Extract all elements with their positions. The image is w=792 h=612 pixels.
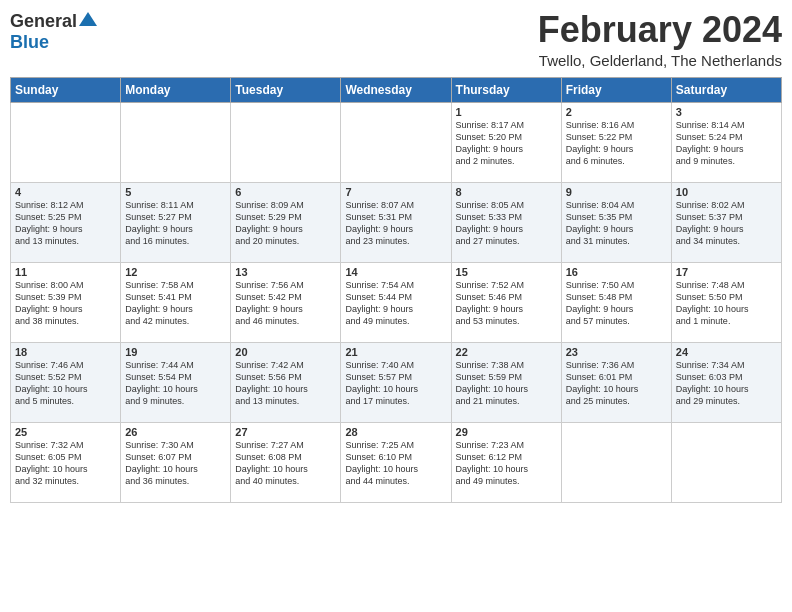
calendar-cell <box>11 102 121 182</box>
cell-info: Sunrise: 7:25 AM Sunset: 6:10 PM Dayligh… <box>345 439 446 488</box>
calendar-cell: 2Sunrise: 8:16 AM Sunset: 5:22 PM Daylig… <box>561 102 671 182</box>
cell-info: Sunrise: 7:52 AM Sunset: 5:46 PM Dayligh… <box>456 279 557 328</box>
calendar-cell: 13Sunrise: 7:56 AM Sunset: 5:42 PM Dayli… <box>231 262 341 342</box>
day-number: 10 <box>676 186 777 198</box>
cell-info: Sunrise: 7:56 AM Sunset: 5:42 PM Dayligh… <box>235 279 336 328</box>
day-number: 22 <box>456 346 557 358</box>
cell-info: Sunrise: 7:27 AM Sunset: 6:08 PM Dayligh… <box>235 439 336 488</box>
cell-info: Sunrise: 8:07 AM Sunset: 5:31 PM Dayligh… <box>345 199 446 248</box>
calendar-cell: 29Sunrise: 7:23 AM Sunset: 6:12 PM Dayli… <box>451 422 561 502</box>
day-number: 29 <box>456 426 557 438</box>
calendar-cell: 20Sunrise: 7:42 AM Sunset: 5:56 PM Dayli… <box>231 342 341 422</box>
calendar-cell: 24Sunrise: 7:34 AM Sunset: 6:03 PM Dayli… <box>671 342 781 422</box>
cell-info: Sunrise: 8:04 AM Sunset: 5:35 PM Dayligh… <box>566 199 667 248</box>
calendar-cell: 16Sunrise: 7:50 AM Sunset: 5:48 PM Dayli… <box>561 262 671 342</box>
calendar-cell: 22Sunrise: 7:38 AM Sunset: 5:59 PM Dayli… <box>451 342 561 422</box>
day-number: 17 <box>676 266 777 278</box>
cell-info: Sunrise: 7:42 AM Sunset: 5:56 PM Dayligh… <box>235 359 336 408</box>
header-tuesday: Tuesday <box>231 77 341 102</box>
calendar-cell: 18Sunrise: 7:46 AM Sunset: 5:52 PM Dayli… <box>11 342 121 422</box>
calendar-week-row: 4Sunrise: 8:12 AM Sunset: 5:25 PM Daylig… <box>11 182 782 262</box>
cell-info: Sunrise: 7:32 AM Sunset: 6:05 PM Dayligh… <box>15 439 116 488</box>
calendar-cell <box>341 102 451 182</box>
calendar-cell: 21Sunrise: 7:40 AM Sunset: 5:57 PM Dayli… <box>341 342 451 422</box>
header-friday: Friday <box>561 77 671 102</box>
cell-info: Sunrise: 8:05 AM Sunset: 5:33 PM Dayligh… <box>456 199 557 248</box>
calendar-week-row: 11Sunrise: 8:00 AM Sunset: 5:39 PM Dayli… <box>11 262 782 342</box>
cell-info: Sunrise: 8:12 AM Sunset: 5:25 PM Dayligh… <box>15 199 116 248</box>
calendar-cell: 14Sunrise: 7:54 AM Sunset: 5:44 PM Dayli… <box>341 262 451 342</box>
calendar-cell: 19Sunrise: 7:44 AM Sunset: 5:54 PM Dayli… <box>121 342 231 422</box>
day-number: 25 <box>15 426 116 438</box>
day-number: 12 <box>125 266 226 278</box>
cell-info: Sunrise: 8:02 AM Sunset: 5:37 PM Dayligh… <box>676 199 777 248</box>
day-number: 1 <box>456 106 557 118</box>
cell-info: Sunrise: 7:40 AM Sunset: 5:57 PM Dayligh… <box>345 359 446 408</box>
calendar-cell: 12Sunrise: 7:58 AM Sunset: 5:41 PM Dayli… <box>121 262 231 342</box>
header-monday: Monday <box>121 77 231 102</box>
day-number: 24 <box>676 346 777 358</box>
header-wednesday: Wednesday <box>341 77 451 102</box>
cell-info: Sunrise: 7:36 AM Sunset: 6:01 PM Dayligh… <box>566 359 667 408</box>
calendar-week-row: 25Sunrise: 7:32 AM Sunset: 6:05 PM Dayli… <box>11 422 782 502</box>
calendar-cell: 4Sunrise: 8:12 AM Sunset: 5:25 PM Daylig… <box>11 182 121 262</box>
day-number: 4 <box>15 186 116 198</box>
day-number: 14 <box>345 266 446 278</box>
cell-info: Sunrise: 8:09 AM Sunset: 5:29 PM Dayligh… <box>235 199 336 248</box>
cell-info: Sunrise: 7:30 AM Sunset: 6:07 PM Dayligh… <box>125 439 226 488</box>
logo: General Blue <box>10 10 97 53</box>
calendar-table: SundayMondayTuesdayWednesdayThursdayFrid… <box>10 77 782 503</box>
calendar-cell <box>671 422 781 502</box>
calendar-cell: 5Sunrise: 8:11 AM Sunset: 5:27 PM Daylig… <box>121 182 231 262</box>
calendar-cell: 28Sunrise: 7:25 AM Sunset: 6:10 PM Dayli… <box>341 422 451 502</box>
cell-info: Sunrise: 8:11 AM Sunset: 5:27 PM Dayligh… <box>125 199 226 248</box>
cell-info: Sunrise: 8:17 AM Sunset: 5:20 PM Dayligh… <box>456 119 557 168</box>
day-number: 19 <box>125 346 226 358</box>
day-number: 20 <box>235 346 336 358</box>
day-number: 23 <box>566 346 667 358</box>
cell-info: Sunrise: 7:23 AM Sunset: 6:12 PM Dayligh… <box>456 439 557 488</box>
cell-info: Sunrise: 7:50 AM Sunset: 5:48 PM Dayligh… <box>566 279 667 328</box>
cell-info: Sunrise: 7:46 AM Sunset: 5:52 PM Dayligh… <box>15 359 116 408</box>
cell-info: Sunrise: 7:34 AM Sunset: 6:03 PM Dayligh… <box>676 359 777 408</box>
calendar-week-row: 1Sunrise: 8:17 AM Sunset: 5:20 PM Daylig… <box>11 102 782 182</box>
calendar-cell <box>121 102 231 182</box>
calendar-cell: 25Sunrise: 7:32 AM Sunset: 6:05 PM Dayli… <box>11 422 121 502</box>
calendar-cell: 23Sunrise: 7:36 AM Sunset: 6:01 PM Dayli… <box>561 342 671 422</box>
header-thursday: Thursday <box>451 77 561 102</box>
month-title: February 2024 <box>538 10 782 50</box>
day-number: 13 <box>235 266 336 278</box>
cell-info: Sunrise: 7:58 AM Sunset: 5:41 PM Dayligh… <box>125 279 226 328</box>
cell-info: Sunrise: 7:44 AM Sunset: 5:54 PM Dayligh… <box>125 359 226 408</box>
calendar-week-row: 18Sunrise: 7:46 AM Sunset: 5:52 PM Dayli… <box>11 342 782 422</box>
calendar-cell: 6Sunrise: 8:09 AM Sunset: 5:29 PM Daylig… <box>231 182 341 262</box>
calendar-header-row: SundayMondayTuesdayWednesdayThursdayFrid… <box>11 77 782 102</box>
cell-info: Sunrise: 8:14 AM Sunset: 5:24 PM Dayligh… <box>676 119 777 168</box>
day-number: 26 <box>125 426 226 438</box>
calendar-cell: 7Sunrise: 8:07 AM Sunset: 5:31 PM Daylig… <box>341 182 451 262</box>
calendar-cell: 3Sunrise: 8:14 AM Sunset: 5:24 PM Daylig… <box>671 102 781 182</box>
day-number: 5 <box>125 186 226 198</box>
calendar-cell: 26Sunrise: 7:30 AM Sunset: 6:07 PM Dayli… <box>121 422 231 502</box>
day-number: 28 <box>345 426 446 438</box>
day-number: 21 <box>345 346 446 358</box>
day-number: 9 <box>566 186 667 198</box>
header-saturday: Saturday <box>671 77 781 102</box>
logo-icon <box>79 10 97 28</box>
calendar-cell: 11Sunrise: 8:00 AM Sunset: 5:39 PM Dayli… <box>11 262 121 342</box>
calendar-cell: 27Sunrise: 7:27 AM Sunset: 6:08 PM Dayli… <box>231 422 341 502</box>
svg-marker-0 <box>79 12 97 26</box>
day-number: 7 <box>345 186 446 198</box>
location: Twello, Gelderland, The Netherlands <box>538 52 782 69</box>
day-number: 27 <box>235 426 336 438</box>
cell-info: Sunrise: 7:54 AM Sunset: 5:44 PM Dayligh… <box>345 279 446 328</box>
calendar-cell: 9Sunrise: 8:04 AM Sunset: 5:35 PM Daylig… <box>561 182 671 262</box>
day-number: 11 <box>15 266 116 278</box>
header-sunday: Sunday <box>11 77 121 102</box>
calendar-cell: 8Sunrise: 8:05 AM Sunset: 5:33 PM Daylig… <box>451 182 561 262</box>
day-number: 15 <box>456 266 557 278</box>
page-header: General Blue February 2024 Twello, Gelde… <box>10 10 782 69</box>
day-number: 18 <box>15 346 116 358</box>
calendar-cell <box>231 102 341 182</box>
title-area: February 2024 Twello, Gelderland, The Ne… <box>538 10 782 69</box>
